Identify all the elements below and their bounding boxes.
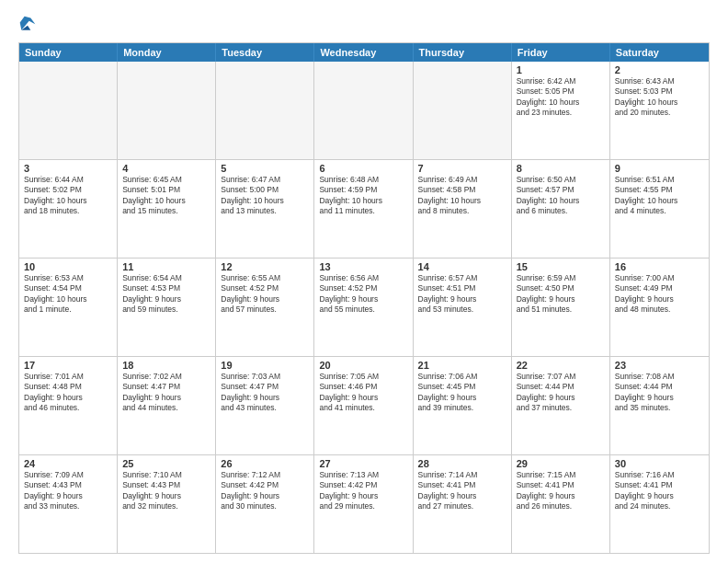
calendar-cell: 29Sunrise: 7:15 AM Sunset: 4:41 PM Dayli… <box>512 455 610 553</box>
calendar-week-5: 24Sunrise: 7:09 AM Sunset: 4:43 PM Dayli… <box>19 454 709 553</box>
calendar-cell: 24Sunrise: 7:09 AM Sunset: 4:43 PM Dayli… <box>19 455 118 553</box>
calendar-cell: 12Sunrise: 6:55 AM Sunset: 4:52 PM Dayli… <box>216 259 314 356</box>
day-number: 3 <box>24 163 112 174</box>
calendar-cell <box>19 62 118 159</box>
calendar-cell <box>216 62 314 159</box>
day-info: Sunrise: 6:43 AM Sunset: 5:03 PM Dayligh… <box>615 76 704 119</box>
logo <box>18 15 39 35</box>
day-number: 16 <box>615 261 704 272</box>
calendar-cell: 15Sunrise: 6:59 AM Sunset: 4:50 PM Dayli… <box>512 259 610 356</box>
calendar-cell: 7Sunrise: 6:49 AM Sunset: 4:58 PM Daylig… <box>414 160 512 258</box>
day-number: 15 <box>517 261 605 272</box>
day-number: 25 <box>122 458 210 469</box>
day-info: Sunrise: 6:48 AM Sunset: 4:59 PM Dayligh… <box>319 175 407 217</box>
day-info: Sunrise: 6:42 AM Sunset: 5:05 PM Dayligh… <box>517 76 605 119</box>
day-number: 29 <box>517 458 605 469</box>
calendar-cell: 1Sunrise: 6:42 AM Sunset: 5:05 PM Daylig… <box>512 62 610 159</box>
calendar-cell: 28Sunrise: 7:14 AM Sunset: 4:41 PM Dayli… <box>414 455 512 553</box>
day-number: 2 <box>615 64 704 75</box>
day-number: 11 <box>122 261 210 272</box>
day-number: 19 <box>221 360 309 371</box>
page: SundayMondayTuesdayWednesdayThursdayFrid… <box>0 0 728 563</box>
calendar-cell: 23Sunrise: 7:08 AM Sunset: 4:44 PM Dayli… <box>610 357 709 454</box>
calendar-cell: 4Sunrise: 6:45 AM Sunset: 5:01 PM Daylig… <box>118 160 216 258</box>
day-number: 5 <box>221 163 309 174</box>
day-number: 27 <box>319 458 407 469</box>
day-number: 22 <box>517 360 605 371</box>
calendar-cell: 10Sunrise: 6:53 AM Sunset: 4:54 PM Dayli… <box>19 259 118 356</box>
day-number: 17 <box>24 360 112 371</box>
day-info: Sunrise: 6:49 AM Sunset: 4:58 PM Dayligh… <box>418 175 506 217</box>
header-day-tuesday: Tuesday <box>216 43 314 62</box>
day-info: Sunrise: 7:15 AM Sunset: 4:41 PM Dayligh… <box>517 470 605 512</box>
calendar-cell: 30Sunrise: 7:16 AM Sunset: 4:41 PM Dayli… <box>610 455 709 553</box>
day-number: 10 <box>24 261 112 272</box>
day-number: 13 <box>319 261 407 272</box>
day-info: Sunrise: 6:47 AM Sunset: 5:00 PM Dayligh… <box>221 175 309 217</box>
day-info: Sunrise: 7:06 AM Sunset: 4:45 PM Dayligh… <box>418 372 506 414</box>
calendar-cell <box>314 62 413 159</box>
day-number: 14 <box>418 261 506 272</box>
calendar-cell: 9Sunrise: 6:51 AM Sunset: 4:55 PM Daylig… <box>610 160 709 258</box>
header-day-wednesday: Wednesday <box>314 43 413 62</box>
calendar-cell: 5Sunrise: 6:47 AM Sunset: 5:00 PM Daylig… <box>216 160 314 258</box>
header <box>18 15 710 35</box>
calendar-cell: 11Sunrise: 6:54 AM Sunset: 4:53 PM Dayli… <box>118 259 216 356</box>
calendar-cell: 21Sunrise: 7:06 AM Sunset: 4:45 PM Dayli… <box>414 357 512 454</box>
calendar-cell: 25Sunrise: 7:10 AM Sunset: 4:43 PM Dayli… <box>118 455 216 553</box>
day-info: Sunrise: 6:54 AM Sunset: 4:53 PM Dayligh… <box>122 273 210 316</box>
day-info: Sunrise: 7:12 AM Sunset: 4:42 PM Dayligh… <box>221 470 309 512</box>
calendar-cell: 17Sunrise: 7:01 AM Sunset: 4:48 PM Dayli… <box>19 357 118 454</box>
day-info: Sunrise: 6:53 AM Sunset: 4:54 PM Dayligh… <box>24 273 112 316</box>
header-day-saturday: Saturday <box>610 43 709 62</box>
day-info: Sunrise: 7:00 AM Sunset: 4:49 PM Dayligh… <box>615 273 704 316</box>
calendar-cell: 14Sunrise: 6:57 AM Sunset: 4:51 PM Dayli… <box>414 259 512 356</box>
day-number: 30 <box>615 458 704 469</box>
calendar-week-4: 17Sunrise: 7:01 AM Sunset: 4:48 PM Dayli… <box>19 356 709 454</box>
header-day-thursday: Thursday <box>414 43 512 62</box>
day-number: 1 <box>517 64 605 75</box>
header-day-monday: Monday <box>118 43 216 62</box>
header-day-sunday: Sunday <box>19 43 118 62</box>
day-info: Sunrise: 7:07 AM Sunset: 4:44 PM Dayligh… <box>517 372 605 414</box>
logo-bird-icon <box>18 15 37 35</box>
day-info: Sunrise: 6:44 AM Sunset: 5:02 PM Dayligh… <box>24 175 112 217</box>
day-info: Sunrise: 6:57 AM Sunset: 4:51 PM Dayligh… <box>418 273 506 316</box>
day-number: 4 <box>122 163 210 174</box>
day-info: Sunrise: 6:45 AM Sunset: 5:01 PM Dayligh… <box>122 175 210 217</box>
day-info: Sunrise: 7:03 AM Sunset: 4:47 PM Dayligh… <box>221 372 309 414</box>
calendar-week-1: 1Sunrise: 6:42 AM Sunset: 5:05 PM Daylig… <box>19 62 709 159</box>
day-number: 26 <box>221 458 309 469</box>
calendar-cell: 19Sunrise: 7:03 AM Sunset: 4:47 PM Dayli… <box>216 357 314 454</box>
day-number: 18 <box>122 360 210 371</box>
calendar-cell: 3Sunrise: 6:44 AM Sunset: 5:02 PM Daylig… <box>19 160 118 258</box>
day-number: 8 <box>517 163 605 174</box>
calendar-cell: 2Sunrise: 6:43 AM Sunset: 5:03 PM Daylig… <box>610 62 709 159</box>
day-number: 9 <box>615 163 704 174</box>
calendar-cell <box>414 62 512 159</box>
day-number: 6 <box>319 163 407 174</box>
calendar-week-2: 3Sunrise: 6:44 AM Sunset: 5:02 PM Daylig… <box>19 159 709 258</box>
day-number: 12 <box>221 261 309 272</box>
header-day-friday: Friday <box>512 43 610 62</box>
day-info: Sunrise: 7:16 AM Sunset: 4:41 PM Dayligh… <box>615 470 704 512</box>
calendar-week-3: 10Sunrise: 6:53 AM Sunset: 4:54 PM Dayli… <box>19 258 709 356</box>
day-number: 21 <box>418 360 506 371</box>
day-info: Sunrise: 7:05 AM Sunset: 4:46 PM Dayligh… <box>319 372 407 414</box>
calendar-body: 1Sunrise: 6:42 AM Sunset: 5:05 PM Daylig… <box>19 62 709 553</box>
day-info: Sunrise: 6:51 AM Sunset: 4:55 PM Dayligh… <box>615 175 704 217</box>
calendar-cell: 13Sunrise: 6:56 AM Sunset: 4:52 PM Dayli… <box>314 259 413 356</box>
day-info: Sunrise: 6:50 AM Sunset: 4:57 PM Dayligh… <box>517 175 605 217</box>
calendar-cell: 26Sunrise: 7:12 AM Sunset: 4:42 PM Dayli… <box>216 455 314 553</box>
calendar-cell: 8Sunrise: 6:50 AM Sunset: 4:57 PM Daylig… <box>512 160 610 258</box>
day-info: Sunrise: 6:55 AM Sunset: 4:52 PM Dayligh… <box>221 273 309 316</box>
day-number: 7 <box>418 163 506 174</box>
day-number: 24 <box>24 458 112 469</box>
day-number: 20 <box>319 360 407 371</box>
calendar-header: SundayMondayTuesdayWednesdayThursdayFrid… <box>19 43 709 62</box>
day-info: Sunrise: 7:01 AM Sunset: 4:48 PM Dayligh… <box>24 372 112 414</box>
day-number: 23 <box>615 360 704 371</box>
calendar-cell <box>118 62 216 159</box>
day-info: Sunrise: 7:10 AM Sunset: 4:43 PM Dayligh… <box>122 470 210 512</box>
day-number: 28 <box>418 458 506 469</box>
